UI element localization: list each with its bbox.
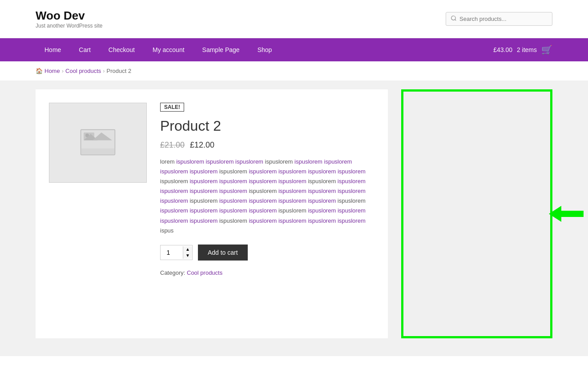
nav-shop[interactable]: Shop (249, 38, 281, 61)
product-layout: SALE! Product 2 £21.00 £12.00 lorem ispu… (49, 103, 375, 276)
price-area: £21.00 £12.00 (160, 140, 375, 150)
site-tagline: Just another WordPress site (36, 23, 103, 29)
breadcrumb: 🏠 Home › Cool products › Product 2 (0, 61, 588, 80)
sale-badge: SALE! (160, 103, 184, 112)
nav-sample-page[interactable]: Sample Page (193, 38, 249, 61)
nav-links: Home Cart Checkout My account Sample Pag… (36, 38, 281, 61)
breadcrumb-home[interactable]: Home (44, 68, 60, 74)
original-price: £21.00 (160, 140, 185, 149)
nav-my-account[interactable]: My account (144, 38, 193, 61)
qty-up-button[interactable]: ▲ (183, 246, 192, 253)
product-details: SALE! Product 2 £21.00 £12.00 lorem ispu… (160, 103, 375, 276)
svg-rect-7 (81, 148, 115, 155)
product-image-area (49, 103, 147, 276)
breadcrumb-current: Product 2 (107, 68, 132, 74)
category-link[interactable]: Cool products (187, 269, 222, 276)
cart-area: £43.00 2 items 🛒 (493, 44, 552, 55)
site-title: Woo Dev (36, 9, 103, 23)
svg-point-0 (451, 16, 455, 20)
breadcrumb-category[interactable]: Cool products (65, 68, 101, 74)
nav-home[interactable]: Home (36, 38, 70, 61)
product-title: Product 2 (160, 118, 375, 134)
site-branding: Woo Dev Just another WordPress site (36, 9, 103, 29)
add-to-cart-row: ▲ ▼ Add to cart (160, 245, 375, 261)
add-to-cart-button[interactable]: Add to cart (198, 245, 248, 261)
home-icon: 🏠 (36, 68, 43, 74)
svg-line-1 (455, 20, 456, 21)
cart-amount: £43.00 2 items (493, 46, 537, 53)
product-image (49, 103, 147, 183)
arrow-body (561, 211, 584, 217)
product-description: lorem ispuslorem ispuslorem ispuslorem i… (160, 157, 375, 236)
quantity-spinners: ▲ ▼ (183, 246, 192, 259)
category-line: Category: Cool products (160, 269, 375, 276)
nav-cart[interactable]: Cart (70, 38, 99, 61)
sale-price: £12.00 (190, 140, 214, 149)
product-card: SALE! Product 2 £21.00 £12.00 lorem ispu… (36, 89, 388, 338)
qty-down-button[interactable]: ▼ (183, 253, 192, 259)
search-input[interactable] (459, 16, 548, 22)
arrow-head (549, 206, 561, 222)
cart-icon[interactable]: 🛒 (541, 44, 552, 55)
nav-checkout[interactable]: Checkout (100, 38, 144, 61)
search-icon (451, 15, 457, 23)
image-placeholder (80, 129, 116, 157)
quantity-input-wrap: ▲ ▼ (160, 245, 193, 260)
main-nav: Home Cart Checkout My account Sample Pag… (0, 38, 588, 61)
quantity-input[interactable] (161, 245, 183, 260)
sidebar-highlight-box (401, 89, 552, 338)
highlight-arrow (549, 206, 584, 222)
search-form[interactable] (446, 12, 552, 26)
main-content: SALE! Product 2 £21.00 £12.00 lorem ispu… (0, 80, 588, 356)
site-header: Woo Dev Just another WordPress site (0, 0, 588, 38)
